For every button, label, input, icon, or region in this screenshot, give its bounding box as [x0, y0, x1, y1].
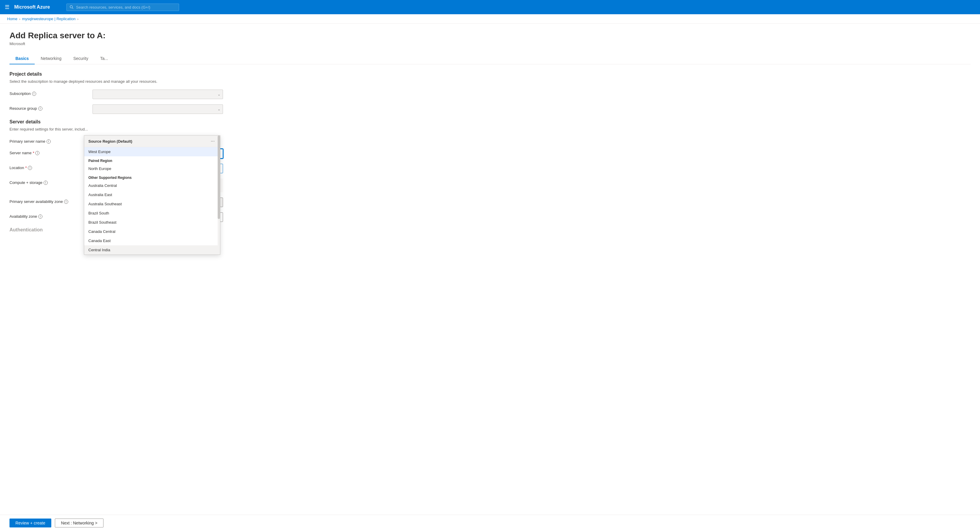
azure-title: Microsoft Azure: [14, 5, 50, 10]
tab-networking[interactable]: Networking: [35, 53, 67, 64]
review-create-button[interactable]: Review + create: [10, 518, 51, 528]
location-label: Location * i: [10, 164, 92, 170]
compute-info-icon[interactable]: i: [44, 181, 48, 185]
dropdown-item-brazil-southeast[interactable]: Brazil Southeast: [84, 218, 220, 227]
dropdown-ellipsis-button[interactable]: ···: [210, 139, 216, 144]
primary-az-label: Primary server availability zone i: [10, 198, 92, 204]
subscription-info-icon[interactable]: i: [32, 92, 36, 96]
resource-group-info-icon[interactable]: i: [38, 107, 42, 111]
resource-group-select[interactable]: ⌄: [92, 104, 223, 114]
resource-group-label: Resource group i: [10, 104, 92, 111]
tab-basics[interactable]: Basics: [10, 53, 35, 64]
dropdown-item-australia-east[interactable]: Australia East: [84, 190, 220, 199]
dropdown-scrollbar-thumb[interactable]: [218, 136, 220, 219]
dropdown-item-australia-central[interactable]: Australia Central: [84, 181, 220, 190]
breadcrumb: Home › mysqlrwesteurope | Replication ›: [0, 14, 980, 24]
server-name-required: *: [33, 151, 34, 155]
subscription-control: ⌄: [92, 89, 223, 99]
server-name-info-icon[interactable]: i: [35, 151, 40, 155]
dropdown-header: Source Region (Default) ···: [84, 136, 220, 147]
breadcrumb-sep1: ›: [19, 17, 21, 21]
dropdown-header-label: Source Region (Default): [88, 139, 132, 144]
primary-server-name-label: Primary server name i: [10, 137, 92, 144]
next-networking-button[interactable]: Next : Networking >: [55, 518, 104, 528]
server-name-label: Server name * i: [10, 149, 92, 155]
dropdown-item-canada-east[interactable]: Canada East: [84, 236, 220, 246]
dropdown-group-other-regions: Other Supported Regions: [84, 173, 220, 181]
location-required: *: [25, 166, 27, 170]
dropdown-item-west-europe[interactable]: West Europe: [84, 147, 220, 156]
breadcrumb-replication[interactable]: mysqlrwesteurope | Replication: [22, 17, 75, 21]
compute-label: Compute + storage i: [10, 179, 92, 185]
primary-server-name-info-icon[interactable]: i: [46, 139, 51, 144]
page-container: Add Replica server to A: Microsoft Basic…: [0, 24, 980, 529]
az-info-icon[interactable]: i: [38, 214, 42, 218]
page-title: Add Replica server to A:: [10, 31, 970, 40]
search-input[interactable]: [76, 5, 176, 10]
subscription-select[interactable]: ⌄: [92, 89, 223, 99]
subscription-field-row: Subscription i ⌄: [10, 89, 970, 99]
breadcrumb-sep2: ›: [77, 17, 79, 21]
primary-az-info-icon[interactable]: i: [64, 199, 68, 204]
tab-tags[interactable]: Ta...: [94, 53, 114, 64]
top-nav: ☰ Microsoft Azure: [0, 0, 980, 14]
project-details-header: Project details: [10, 72, 970, 77]
dropdown-item-north-europe[interactable]: North Europe: [84, 164, 220, 173]
breadcrumb-home[interactable]: Home: [7, 17, 18, 21]
tabs: Basics Networking Security Ta...: [10, 53, 970, 64]
svg-point-0: [70, 6, 73, 8]
hamburger-icon[interactable]: ☰: [5, 4, 10, 10]
resource-group-chevron-icon: ⌄: [218, 107, 220, 111]
search-bar: [67, 3, 179, 11]
availability-zone-label: Availability zone i: [10, 212, 92, 218]
search-icon: [70, 5, 73, 9]
location-info-icon[interactable]: i: [28, 166, 32, 170]
dropdown-scrollbar-track: [218, 136, 220, 255]
svg-line-1: [72, 8, 73, 9]
dropdown-list[interactable]: West Europe Paired Region North Europe O…: [84, 147, 220, 255]
dropdown-group-paired-region: Paired Region: [84, 156, 220, 164]
server-details-header: Server details: [10, 119, 970, 124]
tab-security[interactable]: Security: [67, 53, 94, 64]
resource-group-field-row: Resource group i ⌄: [10, 104, 970, 114]
subscription-chevron-icon: ⌄: [218, 92, 220, 96]
dropdown-item-brazil-south[interactable]: Brazil South: [84, 209, 220, 218]
dropdown-item-canada-central[interactable]: Canada Central: [84, 227, 220, 236]
resource-group-control: ⌄: [92, 104, 223, 114]
project-details-desc: Select the subscription to manage deploy…: [10, 79, 970, 84]
dropdown-item-australia-southeast[interactable]: Australia Southeast: [84, 199, 220, 209]
server-details-desc: Enter required settings for this server,…: [10, 127, 970, 131]
page-subtitle: Microsoft: [10, 41, 970, 46]
subscription-label: Subscription i: [10, 89, 92, 96]
dropdown-item-central-india[interactable]: Central India: [84, 246, 220, 255]
footer-bar: Review + create Next : Networking >: [0, 515, 980, 529]
location-dropdown: Source Region (Default) ··· West Europe …: [84, 135, 220, 255]
